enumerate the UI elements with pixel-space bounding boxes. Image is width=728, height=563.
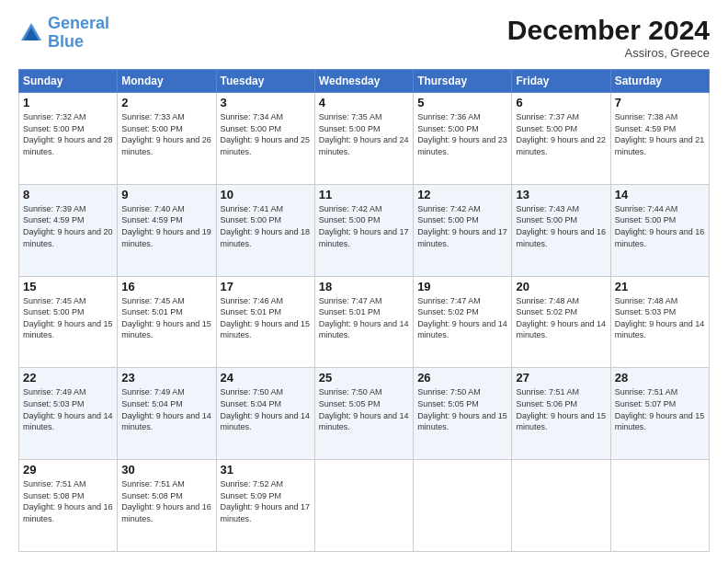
calendar-cell: 18Sunrise: 7:47 AM Sunset: 5:01 PM Dayli… — [314, 276, 413, 368]
cell-details: Sunrise: 7:36 AM Sunset: 5:00 PM Dayligh… — [417, 111, 507, 157]
cell-details: Sunrise: 7:38 AM Sunset: 4:59 PM Dayligh… — [615, 111, 705, 157]
week-row-2: 8Sunrise: 7:39 AM Sunset: 4:59 PM Daylig… — [19, 184, 710, 276]
day-number: 29 — [23, 463, 113, 477]
cell-details: Sunrise: 7:50 AM Sunset: 5:05 PM Dayligh… — [417, 386, 507, 432]
logo-text: General Blue — [48, 15, 109, 52]
calendar-cell: 19Sunrise: 7:47 AM Sunset: 5:02 PM Dayli… — [414, 276, 512, 368]
calendar-cell: 2Sunrise: 7:33 AM Sunset: 5:00 PM Daylig… — [118, 93, 216, 185]
cell-details: Sunrise: 7:41 AM Sunset: 5:00 PM Dayligh… — [221, 203, 311, 249]
calendar-table: SundayMondayTuesdayWednesdayThursdayFrid… — [18, 69, 710, 552]
calendar-cell: 13Sunrise: 7:43 AM Sunset: 5:00 PM Dayli… — [512, 184, 610, 276]
cell-details: Sunrise: 7:49 AM Sunset: 5:03 PM Dayligh… — [23, 386, 113, 432]
calendar-cell: 12Sunrise: 7:42 AM Sunset: 5:00 PM Dayli… — [414, 184, 512, 276]
calendar-cell: 20Sunrise: 7:48 AM Sunset: 5:02 PM Dayli… — [512, 276, 610, 368]
calendar-cell: 30Sunrise: 7:51 AM Sunset: 5:08 PM Dayli… — [118, 460, 216, 552]
day-header-thursday: Thursday — [414, 70, 512, 93]
calendar-header: SundayMondayTuesdayWednesdayThursdayFrid… — [19, 70, 710, 93]
calendar-cell: 26Sunrise: 7:50 AM Sunset: 5:05 PM Dayli… — [414, 368, 512, 460]
cell-details: Sunrise: 7:42 AM Sunset: 5:00 PM Dayligh… — [319, 203, 409, 249]
day-number: 31 — [221, 463, 311, 477]
calendar-cell: 21Sunrise: 7:48 AM Sunset: 5:03 PM Dayli… — [610, 276, 709, 368]
week-row-5: 29Sunrise: 7:51 AM Sunset: 5:08 PM Dayli… — [19, 460, 710, 552]
calendar-cell: 28Sunrise: 7:51 AM Sunset: 5:07 PM Dayli… — [610, 368, 709, 460]
day-number: 2 — [121, 96, 211, 109]
calendar-cell: 31Sunrise: 7:52 AM Sunset: 5:09 PM Dayli… — [216, 460, 314, 552]
day-number: 7 — [615, 96, 705, 109]
page: General Blue December 2024 Assiros, Gree… — [0, 0, 728, 563]
calendar-cell — [414, 460, 512, 552]
logo-general: General — [48, 14, 109, 32]
day-number: 23 — [121, 371, 211, 385]
week-row-4: 22Sunrise: 7:49 AM Sunset: 5:03 PM Dayli… — [19, 368, 710, 460]
cell-details: Sunrise: 7:48 AM Sunset: 5:02 PM Dayligh… — [516, 295, 606, 341]
cell-details: Sunrise: 7:34 AM Sunset: 5:00 PM Dayligh… — [221, 111, 311, 157]
cell-details: Sunrise: 7:32 AM Sunset: 5:00 PM Dayligh… — [23, 111, 113, 157]
day-number: 25 — [319, 371, 409, 385]
cell-details: Sunrise: 7:47 AM Sunset: 5:01 PM Dayligh… — [319, 295, 409, 341]
calendar-cell: 17Sunrise: 7:46 AM Sunset: 5:01 PM Dayli… — [216, 276, 314, 368]
day-number: 20 — [516, 280, 606, 293]
calendar-cell: 22Sunrise: 7:49 AM Sunset: 5:03 PM Dayli… — [19, 368, 118, 460]
cell-details: Sunrise: 7:50 AM Sunset: 5:05 PM Dayligh… — [319, 386, 409, 432]
cell-details: Sunrise: 7:46 AM Sunset: 5:01 PM Dayligh… — [221, 295, 311, 341]
cell-details: Sunrise: 7:33 AM Sunset: 5:00 PM Dayligh… — [121, 111, 211, 157]
day-header-monday: Monday — [118, 70, 216, 93]
calendar-cell: 23Sunrise: 7:49 AM Sunset: 5:04 PM Dayli… — [118, 368, 216, 460]
calendar-cell: 14Sunrise: 7:44 AM Sunset: 5:00 PM Dayli… — [610, 184, 709, 276]
calendar-cell: 6Sunrise: 7:37 AM Sunset: 5:00 PM Daylig… — [512, 93, 610, 185]
day-number: 5 — [417, 96, 507, 109]
day-number: 27 — [516, 371, 606, 385]
day-number: 19 — [417, 280, 507, 293]
header: General Blue December 2024 Assiros, Gree… — [18, 15, 710, 60]
day-number: 26 — [417, 371, 507, 385]
cell-details: Sunrise: 7:51 AM Sunset: 5:07 PM Dayligh… — [615, 386, 705, 432]
calendar-cell: 8Sunrise: 7:39 AM Sunset: 4:59 PM Daylig… — [19, 184, 118, 276]
day-number: 10 — [221, 188, 311, 201]
calendar-cell — [512, 460, 610, 552]
day-number: 9 — [121, 188, 211, 201]
calendar-cell: 25Sunrise: 7:50 AM Sunset: 5:05 PM Dayli… — [314, 368, 413, 460]
day-header-tuesday: Tuesday — [216, 70, 314, 93]
cell-details: Sunrise: 7:45 AM Sunset: 5:00 PM Dayligh… — [23, 295, 113, 341]
cell-details: Sunrise: 7:49 AM Sunset: 5:04 PM Dayligh… — [121, 386, 211, 432]
calendar-cell: 16Sunrise: 7:45 AM Sunset: 5:01 PM Dayli… — [118, 276, 216, 368]
cell-details: Sunrise: 7:45 AM Sunset: 5:01 PM Dayligh… — [121, 295, 211, 341]
cell-details: Sunrise: 7:52 AM Sunset: 5:09 PM Dayligh… — [221, 478, 311, 524]
day-number: 11 — [319, 188, 409, 201]
calendar-cell: 1Sunrise: 7:32 AM Sunset: 5:00 PM Daylig… — [19, 93, 118, 185]
month-title: December 2024 — [507, 15, 710, 46]
day-number: 24 — [221, 371, 311, 385]
day-number: 21 — [615, 280, 705, 293]
logo: General Blue — [18, 15, 109, 52]
day-number: 22 — [23, 371, 113, 385]
calendar-cell: 24Sunrise: 7:50 AM Sunset: 5:04 PM Dayli… — [216, 368, 314, 460]
day-header-wednesday: Wednesday — [314, 70, 413, 93]
day-number: 18 — [319, 280, 409, 293]
day-number: 13 — [516, 188, 606, 201]
day-number: 1 — [23, 96, 113, 109]
title-block: December 2024 Assiros, Greece — [507, 15, 710, 60]
cell-details: Sunrise: 7:39 AM Sunset: 4:59 PM Dayligh… — [23, 203, 113, 249]
cell-details: Sunrise: 7:37 AM Sunset: 5:00 PM Dayligh… — [516, 111, 606, 157]
day-number: 30 — [121, 463, 211, 477]
cell-details: Sunrise: 7:51 AM Sunset: 5:08 PM Dayligh… — [121, 478, 211, 524]
cell-details: Sunrise: 7:35 AM Sunset: 5:00 PM Dayligh… — [319, 111, 409, 157]
calendar-cell: 3Sunrise: 7:34 AM Sunset: 5:00 PM Daylig… — [216, 93, 314, 185]
calendar-cell: 4Sunrise: 7:35 AM Sunset: 5:00 PM Daylig… — [314, 93, 413, 185]
cell-details: Sunrise: 7:42 AM Sunset: 5:00 PM Dayligh… — [417, 203, 507, 249]
cell-details: Sunrise: 7:48 AM Sunset: 5:03 PM Dayligh… — [615, 295, 705, 341]
calendar-cell: 11Sunrise: 7:42 AM Sunset: 5:00 PM Dayli… — [314, 184, 413, 276]
cell-details: Sunrise: 7:51 AM Sunset: 5:06 PM Dayligh… — [516, 386, 606, 432]
logo-blue: Blue — [48, 32, 84, 51]
day-number: 3 — [221, 96, 311, 109]
calendar-body: 1Sunrise: 7:32 AM Sunset: 5:00 PM Daylig… — [19, 93, 710, 552]
day-number: 15 — [23, 280, 113, 293]
cell-details: Sunrise: 7:44 AM Sunset: 5:00 PM Dayligh… — [615, 203, 705, 249]
week-row-3: 15Sunrise: 7:45 AM Sunset: 5:00 PM Dayli… — [19, 276, 710, 368]
day-number: 17 — [221, 280, 311, 293]
day-header-saturday: Saturday — [610, 70, 709, 93]
calendar-cell: 7Sunrise: 7:38 AM Sunset: 4:59 PM Daylig… — [610, 93, 709, 185]
day-number: 12 — [417, 188, 507, 201]
day-number: 4 — [319, 96, 409, 109]
day-number: 28 — [615, 371, 705, 385]
